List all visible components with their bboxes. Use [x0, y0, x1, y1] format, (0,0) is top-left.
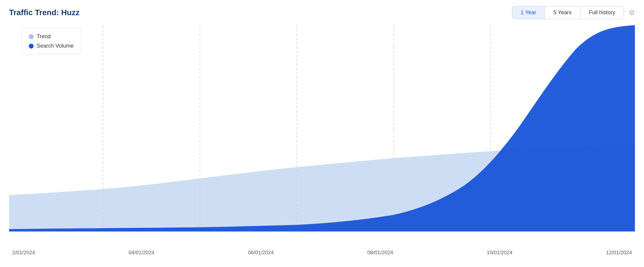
chart-svg: [9, 25, 635, 244]
chart-legend: Trend Search Volume: [21, 28, 81, 54]
legend-trend-label: Trend: [37, 33, 51, 40]
legend-search-label: Search Volume: [37, 43, 74, 49]
trend-dot: [29, 34, 34, 39]
main-container: Traffic Trend: Huzz 1 Year 5 Years Full …: [0, 0, 644, 267]
x-label-5: 12/01/2024: [606, 250, 632, 256]
page-title: Traffic Trend: Huzz: [9, 8, 80, 17]
x-label-3: 08/01/2024: [367, 250, 393, 256]
settings-button[interactable]: ⚙: [629, 9, 635, 17]
search-volume-dot: [29, 44, 34, 49]
chart-area: Trend Search Volume: [9, 25, 635, 256]
x-label-0: 2/01/2024: [12, 250, 35, 256]
gear-icon: ⚙: [629, 9, 635, 16]
legend-search-volume: Search Volume: [29, 43, 74, 49]
x-label-1: 04/01/2024: [129, 250, 154, 256]
time-controls: 1 Year 5 Years Full history ⚙: [512, 6, 635, 19]
btn-5years[interactable]: 5 Years: [545, 6, 580, 19]
x-label-4: 10/01/2024: [487, 250, 513, 256]
btn-1year[interactable]: 1 Year: [512, 6, 545, 19]
legend-trend: Trend: [29, 33, 74, 40]
btn-fullhistory[interactable]: Full history: [580, 6, 624, 19]
x-label-2: 06/01/2024: [248, 250, 274, 256]
x-axis: 2/01/2024 04/01/2024 06/01/2024 08/01/20…: [9, 250, 635, 256]
page-header: Traffic Trend: Huzz 1 Year 5 Years Full …: [9, 6, 635, 19]
